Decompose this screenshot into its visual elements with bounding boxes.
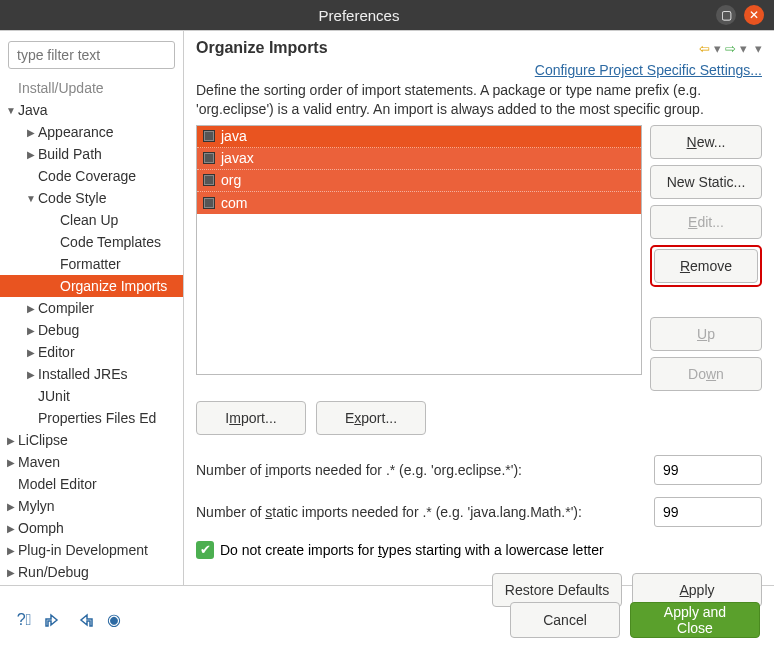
edit-button[interactable]: Edit... xyxy=(650,205,762,239)
tree-node-label: Code Templates xyxy=(60,234,161,250)
list-item[interactable]: org xyxy=(197,170,641,192)
tree-node[interactable]: ▼Code Style xyxy=(0,187,183,209)
list-item[interactable]: javax xyxy=(197,148,641,170)
tree-node-label: Formatter xyxy=(60,256,121,272)
list-item[interactable]: com xyxy=(197,192,641,214)
tree-node-label: JUnit xyxy=(38,388,70,404)
import-prefs-icon[interactable] xyxy=(44,610,64,630)
main-panel: Organize Imports ⇦ ▾ ⇨ ▾ ▾ Configure Pro… xyxy=(184,31,774,585)
forward-icon[interactable]: ⇨ xyxy=(725,41,736,56)
tree-node[interactable]: Formatter xyxy=(0,253,183,275)
tree-node-label: Java xyxy=(18,102,48,118)
tree-node[interactable]: Organize Imports xyxy=(0,275,183,297)
export-prefs-icon[interactable] xyxy=(74,610,94,630)
tree-node[interactable]: ▶Run/Debug xyxy=(0,561,183,583)
twisty-icon[interactable]: ▶ xyxy=(24,149,38,160)
titlebar: Preferences ▢ ✕ xyxy=(0,0,774,30)
tree-node-label: Plug-in Development xyxy=(18,542,148,558)
tree-node-label: LiClipse xyxy=(18,432,68,448)
minimize-icon[interactable]: ▢ xyxy=(716,5,736,25)
num-static-input[interactable] xyxy=(654,497,762,527)
package-icon xyxy=(203,174,215,186)
tree-node[interactable]: ▶Maven xyxy=(0,451,183,473)
twisty-icon[interactable]: ▶ xyxy=(24,303,38,314)
back-icon[interactable]: ⇦ xyxy=(699,41,710,56)
cancel-button[interactable]: Cancel xyxy=(510,602,620,638)
twisty-icon[interactable]: ▶ xyxy=(4,457,18,468)
page-title: Organize Imports xyxy=(196,39,699,57)
twisty-icon[interactable]: ▶ xyxy=(4,501,18,512)
tree-node[interactable]: Clean Up xyxy=(0,209,183,231)
tree-node[interactable]: ▶Build Path xyxy=(0,143,183,165)
twisty-icon[interactable]: ▶ xyxy=(24,369,38,380)
twisty-icon[interactable]: ▶ xyxy=(24,127,38,138)
twisty-icon[interactable]: ▶ xyxy=(4,523,18,534)
import-order-list[interactable]: javajavaxorgcom xyxy=(196,125,642,375)
tree-node[interactable]: Properties Files Ed xyxy=(0,407,183,429)
list-item[interactable]: java xyxy=(197,126,641,148)
tree-node[interactable]: ▶Oomph xyxy=(0,517,183,539)
history-nav: ⇦ ▾ ⇨ ▾ ▾ xyxy=(699,41,762,56)
up-button[interactable]: Up xyxy=(650,317,762,351)
new-static-button[interactable]: New Static... xyxy=(650,165,762,199)
tree-node-label: Code Style xyxy=(38,190,106,206)
num-static-label: Number of static imports needed for .* (… xyxy=(196,504,654,520)
tree-node[interactable]: ▶LiClipse xyxy=(0,429,183,451)
tree-node[interactable]: Install/Update xyxy=(0,77,183,99)
tree-node[interactable]: ▼Java xyxy=(0,99,183,121)
twisty-icon[interactable]: ▼ xyxy=(4,105,18,116)
view-menu-icon[interactable]: ▾ xyxy=(751,41,762,56)
num-imports-input[interactable] xyxy=(654,455,762,485)
sidebar: Install/Update▼Java▶Appearance▶Build Pat… xyxy=(0,31,184,585)
export-button[interactable]: Export... xyxy=(316,401,426,435)
tree-node[interactable]: Code Coverage xyxy=(0,165,183,187)
configure-project-link[interactable]: Configure Project Specific Settings... xyxy=(535,62,762,78)
close-icon[interactable]: ✕ xyxy=(744,5,764,25)
apply-close-button[interactable]: Apply and Close xyxy=(630,602,760,638)
tree-node-label: Properties Files Ed xyxy=(38,410,156,426)
tree-node[interactable]: ▶Debug xyxy=(0,319,183,341)
tree-node[interactable]: ▶Mylyn xyxy=(0,495,183,517)
twisty-icon[interactable]: ▶ xyxy=(4,435,18,446)
twisty-icon[interactable]: ▶ xyxy=(24,347,38,358)
filter-input[interactable] xyxy=(8,41,175,69)
package-icon xyxy=(203,152,215,164)
twisty-icon[interactable]: ▼ xyxy=(24,193,38,204)
lowercase-checkbox-label: Do not create imports for types starting… xyxy=(220,542,604,558)
tree-node-label: Install/Update xyxy=(18,80,104,96)
tree-node[interactable]: ▶Editor xyxy=(0,341,183,363)
tree-node[interactable]: JUnit xyxy=(0,385,183,407)
tree-node[interactable]: Model Editor xyxy=(0,473,183,495)
tree-node-label: Oomph xyxy=(18,520,64,536)
tree-node[interactable]: ▶Plug-in Development xyxy=(0,539,183,561)
list-item-label: org xyxy=(221,172,241,188)
back-menu-icon[interactable]: ▾ xyxy=(714,41,721,56)
tree-node[interactable]: ▶Installed JREs xyxy=(0,363,183,385)
package-icon xyxy=(203,130,215,142)
tree-node[interactable]: ▶Compiler xyxy=(0,297,183,319)
tree-node-label: Debug xyxy=(38,322,79,338)
lowercase-checkbox[interactable]: ✔ xyxy=(196,541,214,559)
tree-node[interactable]: Code Templates xyxy=(0,231,183,253)
forward-menu-icon[interactable]: ▾ xyxy=(740,41,747,56)
twisty-icon[interactable]: ▶ xyxy=(24,325,38,336)
tree-node-label: Editor xyxy=(38,344,75,360)
tree-node-label: Compiler xyxy=(38,300,94,316)
remove-button[interactable]: Remove xyxy=(654,249,758,283)
down-button[interactable]: Down xyxy=(650,357,762,391)
tree-node-label: Build Path xyxy=(38,146,102,162)
list-item-label: java xyxy=(221,128,247,144)
tree-node[interactable]: ▶Appearance xyxy=(0,121,183,143)
tree-node-label: Maven xyxy=(18,454,60,470)
num-imports-label: Number of imports needed for .* (e.g. 'o… xyxy=(196,462,654,478)
preference-tree[interactable]: Install/Update▼Java▶Appearance▶Build Pat… xyxy=(0,73,183,585)
tree-node-label: Model Editor xyxy=(18,476,97,492)
tree-node-label: Clean Up xyxy=(60,212,118,228)
twisty-icon[interactable]: ▶ xyxy=(4,545,18,556)
oomph-record-icon[interactable]: ◉ xyxy=(104,610,124,630)
help-icon[interactable]: ?⃝ xyxy=(14,610,34,630)
twisty-icon[interactable]: ▶ xyxy=(4,567,18,578)
tree-node-label: Mylyn xyxy=(18,498,55,514)
new-button[interactable]: New... xyxy=(650,125,762,159)
import-button[interactable]: Import... xyxy=(196,401,306,435)
